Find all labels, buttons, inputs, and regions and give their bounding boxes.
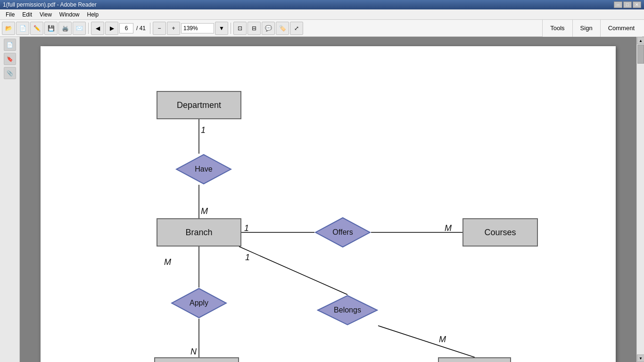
entity-courses: Courses [462, 218, 538, 247]
menu-help[interactable]: Help [83, 10, 103, 19]
sidebar-attachments-btn[interactable]: 📎 [4, 67, 16, 79]
title-bar: 1(full permission).pdf - Adobe Reader ─ … [0, 0, 644, 9]
svg-line-6 [239, 247, 347, 295]
stamp-button[interactable]: 🏷️ [276, 22, 289, 35]
pdf-area[interactable]: Department Branch Courses Applicant Stud… [20, 37, 636, 362]
cardinality-2: M [201, 206, 208, 216]
relationship-have: Have [175, 154, 232, 185]
menu-edit[interactable]: Edit [18, 10, 36, 19]
toolbar-right-panel: Tools Sign Comment [542, 20, 642, 37]
window-controls: ─ □ ✕ [614, 1, 641, 8]
entity-branch: Branch [157, 218, 241, 247]
open-file-button[interactable]: 📄 [16, 22, 29, 35]
sidebar-bookmarks-btn[interactable]: 🔖 [4, 53, 16, 65]
comment-button[interactable]: 💬 [262, 22, 275, 35]
close-button[interactable]: ✕ [633, 1, 641, 8]
maximize-button[interactable]: □ [623, 1, 632, 8]
scroll-track[interactable] [637, 44, 644, 354]
sidebar-pages-btn[interactable]: 📄 [4, 39, 16, 51]
toolbar-separator-3 [231, 23, 231, 34]
zoom-input[interactable] [181, 23, 214, 33]
forward-button[interactable]: ▶ [105, 22, 118, 35]
window-title: 1(full permission).pdf - Adobe Reader [3, 1, 97, 8]
main-area: 📄 🔖 📎 [0, 37, 644, 362]
cardinality-1: 1 [201, 125, 206, 135]
cardinality-3: 1 [244, 223, 249, 233]
scroll-up-arrow[interactable]: ▲ [637, 37, 644, 44]
print-button[interactable]: 🖨️ [58, 22, 72, 35]
relationship-offers: Offers [314, 217, 371, 248]
er-diagram: Department Branch Courses Applicant Stud… [41, 46, 616, 362]
save-button[interactable]: 💾 [44, 22, 58, 35]
page-number-input[interactable] [119, 23, 133, 33]
entity-applicant: Applicant [154, 357, 239, 362]
back-button[interactable]: ◀ [91, 22, 104, 35]
page-total: / 41 [134, 25, 148, 32]
toolbar: 📂 📄 ✏️ 💾 🖨️ ✉️ ◀ ▶ / 41 − + ▼ ⊡ ⊟ 💬 🏷️ ⤢… [0, 20, 644, 37]
relationship-belongs: Belongs [317, 295, 378, 326]
zoom-dropdown-button[interactable]: ▼ [215, 22, 228, 35]
fit-page-button[interactable]: ⊡ [233, 22, 247, 35]
cardinality-4: M [445, 223, 452, 233]
cardinality-7: N [190, 347, 197, 357]
fit-width-button[interactable]: ⊟ [248, 22, 261, 35]
tools-button[interactable]: Tools [542, 20, 572, 37]
sign-button[interactable]: Sign [572, 20, 600, 37]
scrollbar[interactable]: ▲ ▼ [636, 37, 644, 362]
open-button[interactable]: 📂 [2, 22, 15, 35]
cardinality-6: 1 [245, 253, 250, 263]
cardinality-8: M [439, 335, 446, 345]
menu-bar: File Edit View Window Help [0, 9, 644, 20]
scroll-thumb[interactable] [637, 45, 644, 64]
email-button[interactable]: ✉️ [73, 22, 86, 35]
edit-button[interactable]: ✏️ [30, 22, 43, 35]
zoom-in-button[interactable]: + [167, 22, 180, 35]
zoom-out-button[interactable]: − [153, 22, 166, 35]
comment-tab-button[interactable]: Comment [600, 20, 642, 37]
minimize-button[interactable]: ─ [614, 1, 622, 8]
toolbar-separator-2 [150, 23, 150, 34]
cardinality-5: M [164, 257, 171, 267]
svg-line-7 [378, 326, 475, 357]
left-sidebar: 📄 🔖 📎 [0, 37, 20, 362]
menu-file[interactable]: File [2, 10, 18, 19]
menu-view[interactable]: View [36, 10, 56, 19]
scroll-down-arrow[interactable]: ▼ [637, 354, 644, 362]
relationship-apply: Apply [171, 288, 227, 319]
expand-button[interactable]: ⤢ [290, 22, 303, 35]
entity-department: Department [157, 91, 241, 119]
toolbar-separator-1 [88, 23, 89, 34]
entity-student: Student [438, 357, 511, 362]
menu-window[interactable]: Window [56, 10, 83, 19]
pdf-page: Department Branch Courses Applicant Stud… [41, 46, 616, 362]
